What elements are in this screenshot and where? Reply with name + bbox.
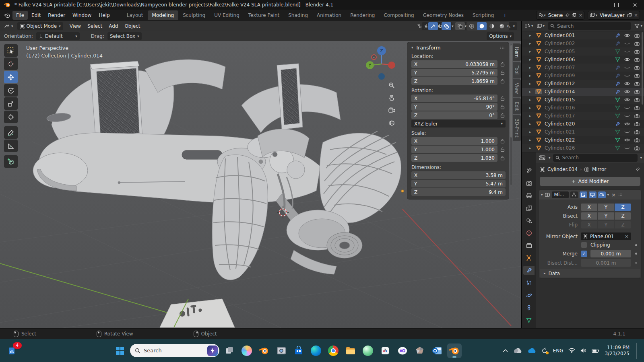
sidebar-tab-edit[interactable]: Edit bbox=[513, 98, 521, 114]
lock-icon[interactable] bbox=[499, 96, 506, 101]
outliner-display-mode-icon[interactable] bbox=[524, 23, 531, 29]
taskbar-app-blender[interactable] bbox=[257, 343, 271, 358]
outliner-item-name[interactable]: Cylinder.014 bbox=[545, 89, 612, 95]
expand-icon[interactable]: ▸ bbox=[529, 66, 534, 70]
editor-type-icon[interactable] bbox=[3, 23, 11, 29]
chevron-down-icon[interactable]: ▾ bbox=[438, 25, 440, 28]
camera-visibility-icon[interactable] bbox=[632, 138, 641, 142]
eye-closed-icon[interactable] bbox=[623, 66, 632, 70]
outliner-row[interactable]: ▸Cylinder.006 bbox=[522, 56, 644, 64]
outliner-filter-icon[interactable] bbox=[634, 23, 640, 29]
expand-icon[interactable]: ▸ bbox=[529, 122, 534, 126]
sidebar-tab-item[interactable]: Item bbox=[513, 43, 521, 61]
expand-icon[interactable]: ▸ bbox=[529, 49, 534, 53]
3d-viewport[interactable]: User Perspective (172) Collection | Cyli… bbox=[0, 41, 521, 328]
expand-icon[interactable]: ▸ bbox=[529, 90, 534, 94]
eye-open-icon[interactable] bbox=[623, 33, 632, 37]
viewport-menu-view[interactable]: View bbox=[66, 22, 84, 31]
mode-dropdown[interactable]: Object Mode ▾ bbox=[17, 22, 63, 30]
bisect-y-button[interactable]: Y bbox=[598, 212, 614, 220]
axis-y-button[interactable]: Y bbox=[598, 204, 614, 211]
breadcrumb-modifier[interactable]: Mirror bbox=[592, 167, 606, 172]
outliner-filter-collection-icon[interactable] bbox=[536, 23, 543, 29]
chevron-down-icon[interactable]: ▾ bbox=[531, 24, 533, 28]
options-dropdown[interactable]: Options ▾ bbox=[487, 32, 514, 40]
properties-tab-constraints[interactable] bbox=[523, 303, 535, 312]
taskbar-app-outlook[interactable] bbox=[430, 343, 444, 358]
workspace-tab-geometry-nodes[interactable]: Geometry Nodes bbox=[419, 10, 468, 20]
taskbar-app-copilot[interactable] bbox=[239, 343, 254, 358]
expand-icon[interactable]: ▸ bbox=[529, 58, 534, 62]
properties-tab-world[interactable] bbox=[523, 228, 535, 237]
dimensions-y-field[interactable]: Y5.47 m bbox=[411, 180, 506, 187]
workspace-tab-compositing[interactable]: Compositing bbox=[379, 10, 418, 20]
xray-toggle[interactable] bbox=[455, 22, 465, 30]
properties-tab-output[interactable] bbox=[523, 191, 535, 200]
eye-closed-icon[interactable] bbox=[623, 106, 632, 110]
outliner-search-input[interactable]: Search bbox=[548, 22, 631, 30]
breadcrumb-object[interactable]: Cylinder.014 bbox=[547, 167, 578, 172]
eye-closed-icon[interactable] bbox=[623, 74, 632, 78]
workspace-tab-texture-paint[interactable]: Texture Paint bbox=[244, 10, 284, 20]
modifier-editmode-toggle[interactable] bbox=[580, 191, 587, 198]
camera-visibility-icon[interactable] bbox=[632, 74, 641, 78]
sidebar-scrollbar-thumb[interactable] bbox=[510, 45, 512, 138]
camera-visibility-icon[interactable] bbox=[632, 66, 641, 70]
outliner-item-name[interactable]: Cylinder.007 bbox=[545, 65, 612, 70]
close-button[interactable] bbox=[625, 0, 644, 10]
expand-icon[interactable]: ▸ bbox=[529, 41, 534, 45]
taskbar-app-store[interactable] bbox=[291, 343, 306, 358]
modifier-render-toggle[interactable] bbox=[598, 191, 606, 198]
editor-type-dropdown-icon[interactable]: ▾ bbox=[11, 25, 13, 28]
expand-icon[interactable]: ▸ bbox=[529, 82, 534, 86]
outliner-row[interactable]: ▸Cylinder.014 bbox=[522, 88, 644, 96]
taskbar-app-clipchamp[interactable] bbox=[395, 343, 410, 358]
location-y-field[interactable]: Y-5.2795 m bbox=[411, 69, 497, 76]
properties-tab-render[interactable] bbox=[523, 179, 535, 187]
panel-collapse-icon[interactable]: ▾ bbox=[411, 46, 413, 49]
scene-selector[interactable]: ▾ Scene × bbox=[536, 11, 584, 20]
properties-tab-scene[interactable] bbox=[523, 216, 535, 225]
tool-annotate[interactable] bbox=[4, 126, 18, 139]
tool-transform[interactable] bbox=[4, 111, 18, 123]
eye-open-icon[interactable] bbox=[623, 90, 632, 94]
menu-edit[interactable]: Edit bbox=[28, 11, 44, 20]
mirror-object-field[interactable]: Plane.001 × bbox=[581, 232, 631, 240]
viewport-menu-add[interactable]: Add bbox=[105, 22, 121, 31]
tool-add-cube[interactable] bbox=[4, 155, 18, 168]
lock-icon[interactable] bbox=[499, 70, 506, 75]
language-indicator[interactable]: ENG bbox=[553, 348, 564, 354]
expand-icon[interactable]: ▸ bbox=[529, 114, 534, 118]
workspace-tab-rendering[interactable]: Rendering bbox=[346, 10, 379, 20]
chevron-down-icon[interactable]: ▾ bbox=[640, 156, 642, 160]
outliner-row[interactable]: ▸Cylinder.001 bbox=[522, 31, 644, 39]
wifi-icon[interactable] bbox=[568, 348, 575, 353]
outliner-row[interactable]: ▸Cylinder.026 bbox=[522, 144, 644, 152]
workspace-tab-shading[interactable]: Shading bbox=[284, 10, 312, 20]
camera-visibility-icon[interactable] bbox=[632, 146, 641, 150]
rotation-mode-dropdown[interactable]: XYZ Euler▾ bbox=[411, 120, 506, 128]
pin-icon[interactable] bbox=[636, 167, 640, 172]
lock-icon[interactable] bbox=[499, 139, 506, 144]
properties-editor-type-icon[interactable] bbox=[538, 155, 546, 160]
eye-open-icon[interactable] bbox=[623, 58, 632, 62]
axis-x-button[interactable]: X bbox=[581, 204, 597, 211]
outliner-row[interactable]: ▸Cylinder.002 bbox=[522, 39, 644, 47]
eye-open-icon[interactable] bbox=[623, 122, 632, 126]
workspace-tab-sculpting[interactable]: Sculpting bbox=[178, 10, 210, 20]
chevron-down-icon[interactable]: ▾ bbox=[549, 156, 551, 160]
volume-icon[interactable] bbox=[580, 348, 586, 353]
panel-drag-handle-icon[interactable] bbox=[500, 46, 506, 49]
outliner-item-name[interactable]: Cylinder.006 bbox=[545, 57, 612, 62]
outliner-item-name[interactable]: Cylinder.002 bbox=[545, 41, 612, 46]
merge-threshold-field[interactable]: 0.001 m bbox=[590, 250, 631, 257]
viewport-menu-select[interactable]: Select bbox=[84, 22, 105, 31]
camera-visibility-icon[interactable] bbox=[632, 114, 641, 118]
outliner-item-name[interactable]: Cylinder.017 bbox=[545, 113, 612, 119]
location-x-field[interactable]: X0.033058 m bbox=[411, 60, 497, 68]
expand-icon[interactable]: ▸ bbox=[529, 130, 534, 134]
rotation-y-field[interactable]: Y90° bbox=[411, 103, 497, 111]
outliner-item-name[interactable]: Cylinder.005 bbox=[545, 49, 612, 54]
camera-visibility-icon[interactable] bbox=[632, 33, 641, 38]
pan-view-icon[interactable] bbox=[386, 93, 397, 103]
